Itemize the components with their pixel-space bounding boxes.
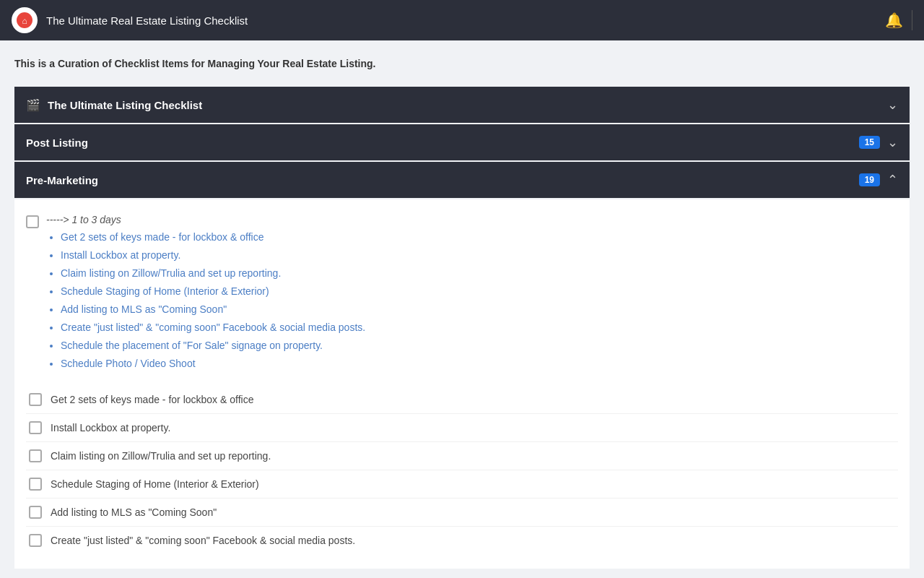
- item-checkbox-4[interactable]: [29, 506, 42, 519]
- checklist-item: Schedule Staging of Home (Interior & Ext…: [26, 470, 898, 499]
- section-pre-marketing-left: Pre-Marketing: [26, 174, 98, 186]
- summary-list-item: Create "just listed" & "coming soon" Fac…: [61, 320, 365, 335]
- item-label: Claim listing on Zillow/Trulia and set u…: [51, 450, 271, 462]
- main-content: This is a Curation of Checklist Items fo…: [0, 40, 924, 578]
- pre-marketing-badge: 19: [859, 173, 880, 186]
- header-divider: [912, 10, 912, 30]
- summary-block: -----> 1 to 3 days Get 2 sets of keys ma…: [26, 214, 898, 374]
- header-title: The Ultimate Real Estate Listing Checkli…: [46, 14, 248, 27]
- bell-icon[interactable]: 🔔: [885, 12, 903, 29]
- pre-marketing-content: -----> 1 to 3 days Get 2 sets of keys ma…: [14, 199, 910, 569]
- section-ultimate-listing-right: ⌄: [887, 97, 898, 113]
- section-ultimate-listing[interactable]: 🎬 The Ultimate Listing Checklist ⌄: [14, 87, 910, 123]
- summary-list-item: Schedule Photo / Video Shoot: [61, 356, 365, 371]
- section-post-listing-label: Post Listing: [26, 137, 88, 149]
- page-subtitle: This is a Curation of Checklist Items fo…: [14, 58, 910, 69]
- item-checkbox-1[interactable]: [29, 421, 42, 434]
- header-left: ⌂ The Ultimate Real Estate Listing Check…: [12, 7, 248, 33]
- summary-list-item: Add listing to MLS as "Coming Soon": [61, 302, 365, 317]
- summary-list: Get 2 sets of keys made - for lockbox & …: [46, 230, 365, 371]
- item-checkbox-0[interactable]: [29, 393, 42, 406]
- video-icon: 🎬: [26, 98, 40, 112]
- checklist-item: Install Lockbox at property.: [26, 414, 898, 442]
- checklist-item: Add listing to MLS as "Coming Soon": [26, 499, 898, 527]
- summary-list-item: Install Lockbox at property.: [61, 248, 365, 263]
- app-header: ⌂ The Ultimate Real Estate Listing Check…: [0, 0, 924, 40]
- app-logo: ⌂: [12, 7, 38, 33]
- section-pre-marketing-right: 19 ⌃: [859, 172, 898, 188]
- checklist-item: Create "just listed" & "coming soon" Fac…: [26, 527, 898, 554]
- item-label: Add listing to MLS as "Coming Soon": [51, 506, 217, 518]
- chevron-up-icon: ⌃: [887, 172, 898, 188]
- section-ultimate-listing-label: The Ultimate Listing Checklist: [48, 99, 202, 111]
- summary-list-item: Claim listing on Zillow/Trulia and set u…: [61, 266, 365, 281]
- summary-detail: -----> 1 to 3 days Get 2 sets of keys ma…: [46, 214, 365, 374]
- chevron-down-icon: ⌄: [887, 97, 898, 113]
- section-post-listing-right: 15 ⌄: [859, 134, 898, 150]
- section-post-listing-left: Post Listing: [26, 137, 88, 149]
- chevron-down-icon-2: ⌄: [887, 134, 898, 150]
- svg-text:⌂: ⌂: [22, 16, 27, 26]
- summary-heading: -----> 1 to 3 days: [46, 214, 365, 225]
- item-checkbox-3[interactable]: [29, 478, 42, 491]
- checklist-item: Claim listing on Zillow/Trulia and set u…: [26, 442, 898, 470]
- checklist-item: Get 2 sets of keys made - for lockbox & …: [26, 386, 898, 414]
- summary-list-item: Schedule Staging of Home (Interior & Ext…: [61, 284, 365, 299]
- section-ultimate-listing-left: 🎬 The Ultimate Listing Checklist: [26, 98, 202, 112]
- section-pre-marketing[interactable]: Pre-Marketing 19 ⌃: [14, 162, 910, 198]
- header-right: 🔔: [885, 10, 912, 30]
- item-label: Get 2 sets of keys made - for lockbox & …: [51, 394, 253, 405]
- summary-list-item: Get 2 sets of keys made - for lockbox & …: [61, 230, 365, 245]
- item-checkbox-5[interactable]: [29, 534, 42, 547]
- summary-checkbox[interactable]: [26, 215, 39, 228]
- item-label: Schedule Staging of Home (Interior & Ext…: [51, 478, 259, 490]
- post-listing-badge: 15: [859, 136, 880, 149]
- item-checkbox-2[interactable]: [29, 449, 42, 462]
- section-pre-marketing-label: Pre-Marketing: [26, 174, 98, 186]
- summary-list-item: Schedule the placement of "For Sale" sig…: [61, 338, 365, 353]
- section-post-listing[interactable]: Post Listing 15 ⌄: [14, 124, 910, 160]
- checklist-items: Get 2 sets of keys made - for lockbox & …: [26, 386, 898, 554]
- item-label: Create "just listed" & "coming soon" Fac…: [51, 535, 355, 546]
- item-label: Install Lockbox at property.: [51, 422, 170, 434]
